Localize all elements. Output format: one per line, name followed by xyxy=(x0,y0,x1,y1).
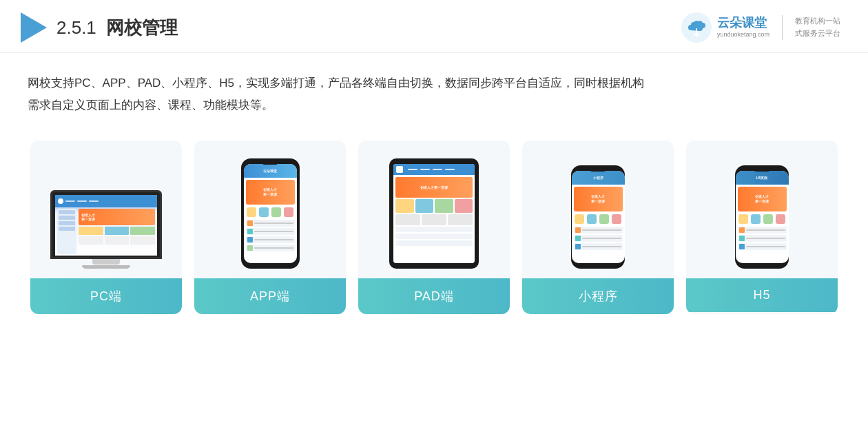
course-thumb xyxy=(247,245,253,251)
brand-slogan: 教育机构一站 式服务云平台 xyxy=(795,15,840,39)
nav-line xyxy=(77,200,87,202)
sidebar-item xyxy=(59,210,75,214)
phone-banner: 创造人才第一堂课 xyxy=(574,187,623,211)
phone-icon xyxy=(587,214,597,224)
tablet-card xyxy=(435,199,453,213)
tablet-body: 创造人才第一堂课 xyxy=(389,158,479,269)
h5-preview: H5页面 创造人才第一堂课 xyxy=(686,141,838,278)
desc-line1: 网校支持PC、APP、PAD、小程序、H5，实现多端打通，产品各终端自由切换，数… xyxy=(28,76,644,90)
header-left: 2.5.1 网校管理 xyxy=(21,12,178,43)
tablet-screen: 创造人才第一堂课 xyxy=(393,164,475,263)
monitor-cards xyxy=(79,227,155,235)
course-line xyxy=(582,238,621,239)
phone-notch xyxy=(262,161,278,165)
section-number: 2.5.1 xyxy=(56,17,96,38)
cards-section: 创造人才第一堂课 xyxy=(0,124,868,335)
course-line xyxy=(254,231,293,232)
card-app: 云朵课堂 创造人才第一堂课 xyxy=(194,141,346,314)
brand-slogan-line1: 教育机构一站 xyxy=(795,15,840,28)
monitor-card xyxy=(79,236,103,245)
brand-slogan-line2: 式服务云平台 xyxy=(795,28,840,40)
nav-line xyxy=(65,200,75,202)
miniapp-preview: 小程序 创造人才第一堂课 xyxy=(522,141,674,278)
card-pc: 创造人才第一堂课 xyxy=(30,141,182,314)
brand-text: 云朵课堂 yunduoketang.com xyxy=(717,16,769,39)
phone-courses xyxy=(738,227,787,250)
cloud-icon xyxy=(681,12,712,43)
monitor-topbar xyxy=(55,195,157,207)
course-line xyxy=(582,229,621,231)
course-item xyxy=(246,236,295,243)
phone-h5: H5页面 创造人才第一堂课 xyxy=(735,165,789,269)
monitor-screen-wrap: 创造人才第一堂课 xyxy=(50,190,162,259)
phone-icon xyxy=(612,214,621,224)
phone-title: 云朵课堂 xyxy=(263,169,277,173)
phone-icon xyxy=(776,214,785,224)
phone-notch xyxy=(590,168,606,172)
phone-banner-text: 创造人才第一堂课 xyxy=(755,194,769,203)
course-line xyxy=(746,238,785,239)
monitor-banner: 创造人才第一堂课 xyxy=(79,209,155,225)
tablet-logo xyxy=(396,166,403,173)
course-item xyxy=(574,227,623,234)
list-item xyxy=(395,240,473,246)
tablet-content: 创造人才第一堂课 xyxy=(393,175,475,248)
card-label-text: 小程序 xyxy=(579,289,618,303)
logo-triangle-icon xyxy=(21,12,47,43)
phone-title: 小程序 xyxy=(593,176,603,180)
course-line xyxy=(746,246,785,247)
course-thumb xyxy=(247,237,253,242)
monitor-card xyxy=(79,227,103,235)
tablet-list xyxy=(395,227,473,246)
course-line xyxy=(254,247,293,249)
phone-body-h5: H5页面 创造人才第一堂课 xyxy=(735,165,789,269)
course-item xyxy=(574,235,623,242)
course-item xyxy=(246,220,295,227)
monitor-screen: 创造人才第一堂课 xyxy=(55,195,157,256)
phone-header: 云朵课堂 xyxy=(244,164,297,178)
page-header: 2.5.1 网校管理 云朵课堂 yunduoketang.com xyxy=(0,0,868,53)
brand-icon xyxy=(681,12,712,43)
course-item xyxy=(738,235,787,242)
tablet-card xyxy=(395,214,420,225)
monitor-main: 创造人才第一堂课 xyxy=(79,209,155,254)
monitor-logo xyxy=(58,198,63,204)
tablet-card xyxy=(415,199,434,213)
course-line xyxy=(746,229,785,231)
monitor-card xyxy=(130,236,155,245)
brand-name: 云朵课堂 xyxy=(717,16,769,31)
phone-header: H5页面 xyxy=(736,171,789,185)
card-label-text: PAD端 xyxy=(414,289,454,303)
monitor-content: 创造人才第一堂课 xyxy=(55,195,157,256)
phone-notch xyxy=(754,168,769,172)
card-label-text: PC端 xyxy=(90,289,122,303)
description-block: 网校支持PC、APP、PAD、小程序、H5，实现多端打通，产品各终端自由切换，数… xyxy=(0,53,868,124)
tablet-card xyxy=(422,214,446,225)
brand-divider xyxy=(782,15,783,40)
monitor-nav xyxy=(65,200,99,202)
course-line xyxy=(254,223,293,224)
course-thumb xyxy=(575,244,581,249)
section-title: 网校管理 xyxy=(106,17,178,38)
pc-preview: 创造人才第一堂课 xyxy=(30,141,182,278)
card-label-text: H5 xyxy=(753,288,770,302)
monitor-body: 创造人才第一堂课 xyxy=(55,207,157,256)
monitor-banner-text: 创造人才第一堂课 xyxy=(81,213,95,221)
phone-body-app: 云朵课堂 创造人才第一堂课 xyxy=(241,158,300,269)
phone-header: 小程序 xyxy=(572,171,625,185)
course-item xyxy=(574,243,623,250)
nav-item xyxy=(420,169,430,170)
card-label-pc: PC端 xyxy=(30,278,182,314)
course-item xyxy=(246,228,295,235)
course-item xyxy=(738,243,787,250)
phone-icon xyxy=(751,214,761,224)
phone-app: 云朵课堂 创造人才第一堂课 xyxy=(241,158,300,269)
card-label-h5: H5 xyxy=(686,278,838,312)
card-label-text: APP端 xyxy=(250,289,290,303)
nav-line xyxy=(89,200,99,202)
card-pad: 创造人才第一堂课 xyxy=(358,141,510,314)
phone-content-app: 创造人才第一堂课 xyxy=(244,178,297,254)
course-thumb xyxy=(247,229,253,234)
course-thumb xyxy=(739,227,745,233)
nav-item xyxy=(433,169,442,170)
